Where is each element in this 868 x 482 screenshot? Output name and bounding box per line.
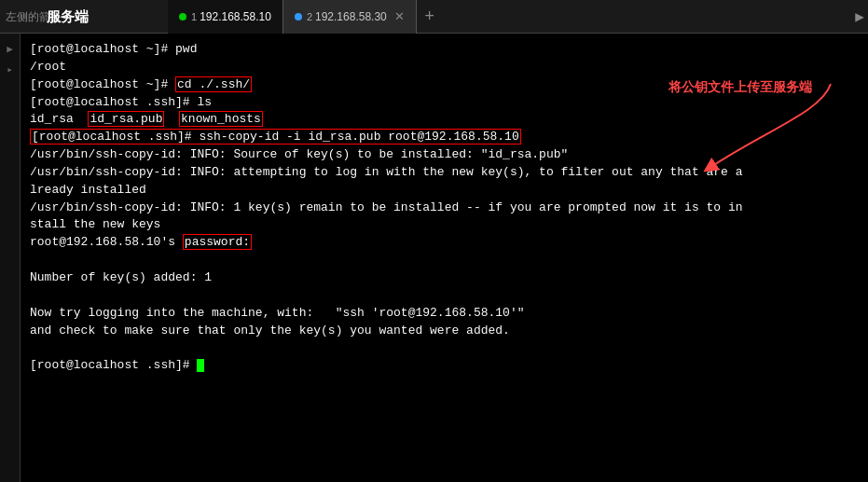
terminal-line-18 bbox=[30, 339, 859, 357]
terminal-line-9: lready installed bbox=[30, 182, 859, 200]
highlight-ssh-copy-id: [root@localhost .ssh]# ssh-copy-id -i id… bbox=[30, 129, 521, 145]
terminal-line-17: and check to make sure that only the key… bbox=[30, 323, 859, 340]
terminal-cursor bbox=[197, 359, 204, 372]
terminal-line-8: /usr/bin/ssh-copy-id: INFO: attempting t… bbox=[30, 164, 859, 182]
terminal-line-4: [root@localhost .ssh]# ls bbox=[30, 94, 859, 112]
terminal-line-10: /usr/bin/ssh-copy-id: INFO: 1 key(s) rem… bbox=[30, 200, 859, 217]
tab-num-1: 1 bbox=[191, 11, 197, 22]
terminal-line-2: /root bbox=[30, 59, 859, 76]
terminal-line-5: id_rsa id_rsa.pub known_hosts bbox=[30, 111, 859, 129]
sidebar-icon-2: ▸ bbox=[3, 62, 18, 76]
terminal-line-15 bbox=[30, 287, 859, 305]
tab-dot-1 bbox=[179, 13, 186, 21]
tab-add-button[interactable]: + bbox=[417, 0, 443, 34]
highlight-known-hosts: known_hosts bbox=[179, 111, 263, 127]
terminal-line-14: Number of key(s) added: 1 bbox=[30, 269, 859, 287]
terminal-line-7: /usr/bin/ssh-copy-id: INFO: Source of ke… bbox=[30, 146, 859, 164]
terminal-line-11: stall the new keys bbox=[30, 216, 859, 234]
terminal-line-16: Now try logging into the machine, with: … bbox=[30, 305, 859, 323]
terminal-line-13 bbox=[30, 252, 859, 269]
terminal-line-6: [root@localhost .ssh]# ssh-copy-id -i id… bbox=[30, 129, 859, 146]
tab-1[interactable]: 1 192.168.58.10 bbox=[168, 0, 283, 34]
right-scroll-arrow[interactable]: ▶ bbox=[855, 7, 864, 26]
highlight-cd: cd ./.ssh/ bbox=[175, 76, 252, 92]
highlight-password: password: bbox=[183, 234, 252, 250]
tab-num-2: 2 bbox=[307, 11, 312, 22]
tab-2[interactable]: 2 192.168.58.30 ✕ bbox=[283, 0, 417, 34]
terminal-line-3: [root@localhost ~]# cd ./.ssh/ bbox=[30, 76, 859, 94]
terminal[interactable]: [root@localhost ~]# pwd /root [root@loca… bbox=[21, 34, 868, 482]
highlight-idrsa-pub: id_rsa.pub bbox=[88, 111, 164, 127]
server-label: 服务端 bbox=[47, 0, 89, 34]
tab-close-2[interactable]: ✕ bbox=[394, 9, 405, 23]
tab-ip-1: 192.168.58.10 bbox=[200, 10, 271, 23]
terminal-line-19: [root@localhost .ssh]# bbox=[30, 357, 859, 375]
terminal-line-12: root@192.168.58.10's password: bbox=[30, 234, 859, 252]
tab-dot-2 bbox=[295, 13, 302, 21]
tab-ip-2: 192.168.58.30 bbox=[315, 10, 387, 23]
sidebar-icon-1: ▶ bbox=[3, 41, 18, 56]
sidebar: ▶ ▸ bbox=[0, 34, 21, 482]
terminal-line-1: [root@localhost ~]# pwd bbox=[30, 41, 859, 59]
header-bar: 左侧的箭头 服务端 客户端 1 192.168.58.10 2 192.168.… bbox=[0, 0, 868, 34]
